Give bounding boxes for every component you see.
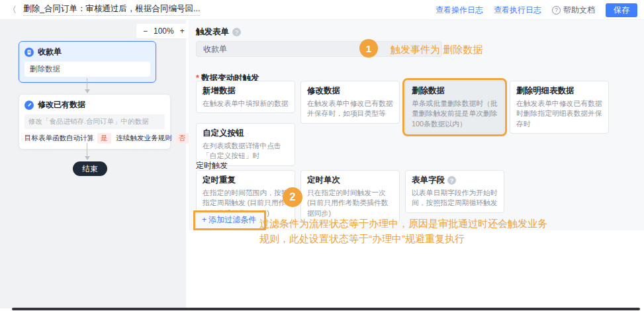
add-filter-condition-link[interactable]: + 添加过滤条件 — [195, 212, 264, 228]
card-desc: 在触发表单中修改已有数据时删除指定明细表数据并保存时 — [516, 99, 602, 129]
card-title: 新增数据 — [203, 85, 289, 97]
trigger-type-cards-row2: 自定义按钮 在列表或数据详情中点击「自定义按钮」时 — [196, 123, 295, 166]
pencil-edit-icon — [24, 101, 34, 110]
meta1-label: 目标表单函数自动计算 — [24, 134, 94, 143]
card-desc: 以表单日期字段作为开始时间，按照指定周期循环触发 — [412, 188, 498, 208]
card-title: 定时重复 — [203, 175, 289, 186]
help-circle-icon[interactable]: ? — [447, 176, 456, 185]
trigger-card-form-field[interactable]: 表单字段 ? 以表单日期字段作为开始时间，按照指定周期循环触发 — [405, 170, 504, 213]
card-desc: 在触发表单中填报新的数据 — [203, 99, 289, 109]
card-title: 定时单次 — [307, 175, 393, 186]
flow-connector-line — [87, 78, 87, 89]
update-node-meta: 目标表单函数自动计算 是 连续触发业务规则 否 — [24, 133, 165, 144]
trigger-node-title: 收款单 — [38, 46, 62, 58]
form-doc-icon — [24, 48, 34, 57]
card-title: 修改数据 — [307, 85, 393, 97]
zoom-level: 100% — [154, 26, 174, 36]
annotation-badge-1: 1 — [359, 39, 378, 58]
card-desc: 在触发表单中修改已有数据并保存时，如项目类型等 — [307, 99, 393, 119]
help-doc-label: 帮助文档 — [563, 5, 595, 16]
page-title[interactable]: 删除_合同订单：审核通过后，根据合同编号回... — [23, 3, 200, 16]
view-operation-log-link[interactable]: 查看操作日志 — [436, 5, 483, 16]
trigger-card-modify[interactable]: 修改数据 在触发表单中修改已有数据并保存时，如项目类型等 — [300, 81, 400, 124]
update-node-title: 修改已有数据 — [38, 99, 85, 111]
back-icon[interactable]: 〈 — [8, 4, 17, 16]
card-desc: 在列表或数据详情中点击「自定义按钮」时 — [203, 141, 289, 161]
save-button[interactable]: 保存 — [606, 3, 637, 17]
meta1-value-badge: 是 — [97, 133, 111, 144]
horizontal-scrollbar[interactable] — [12, 308, 640, 310]
zoom-widget: − 100% + — [136, 24, 191, 38]
update-node-summary: 修改「食品进销存.合同订单」中的数据 — [24, 114, 165, 129]
trigger-node-action: 删除数据 — [24, 62, 150, 77]
arrow-down-icon — [85, 89, 90, 93]
annotation-note-2-line2: 规则，此处设置状态等于“办理中”规避重复执行 — [259, 231, 547, 246]
update-data-node[interactable]: 修改已有数据 修改「食品进销存.合同订单」中的数据 目标表单函数自动计算 是 连… — [19, 94, 171, 150]
annotation-badge-2: 2 — [283, 187, 302, 207]
end-node[interactable]: 结束 — [73, 161, 107, 176]
help-doc-link[interactable]: ? 帮助文档 — [552, 5, 595, 16]
zoom-in-button[interactable]: + — [180, 26, 185, 36]
card-title: 表单字段 ? — [412, 175, 498, 186]
add-filter-highlight-box: + 添加过滤条件 — [193, 210, 266, 230]
help-circle-icon: ? — [552, 6, 561, 15]
card-title: 删除明细表数据 — [516, 85, 602, 97]
annotation-note-2-line1: 过滤条件为流程状态等于办理中，原因是审批通过时还会触发业务 — [259, 216, 547, 231]
annotation-note-1: 触发事件为 删除数据 — [391, 44, 483, 56]
flow-connector-line — [87, 143, 87, 156]
trigger-node-selected[interactable]: 收款单 删除数据 — [19, 41, 156, 83]
trigger-card-timer-once[interactable]: 定时单次 只在指定的时间触发一次 (目前只用作考勤类插件数据同步) — [300, 170, 400, 223]
update-node-header: 修改已有数据 — [24, 99, 165, 111]
view-execution-log-link[interactable]: 查看执行日志 — [494, 5, 541, 16]
help-circle-icon[interactable]: ? — [232, 28, 241, 36]
trigger-card-delete-selected[interactable]: 删除数据 单条或批量删除数据时（批量删除触发前提是单次删除100条数据以内） — [405, 81, 504, 134]
arrow-down-icon — [85, 156, 90, 160]
zoom-out-button[interactable]: − — [143, 26, 148, 36]
card-title: 自定义按钮 — [203, 128, 289, 139]
trigger-card-delete-subform[interactable]: 删除明细表数据 在触发表单中修改已有数据时删除指定明细表数据并保存时 — [510, 81, 609, 134]
workflow-rule-editor: 〈 删除_合同订单：审核通过后，根据合同编号回... 查看操作日志 查看执行日志… — [0, 0, 644, 311]
trigger-form-label: 触发表单 — [196, 26, 229, 38]
top-bar: 〈 删除_合同订单：审核通过后，根据合同编号回... 查看操作日志 查看执行日志… — [0, 0, 644, 20]
trigger-form-label-row: 触发表单 ? — [196, 26, 241, 38]
annotation-note-2: 过滤条件为流程状态等于办理中，原因是审批通过时还会触发业务 规则，此处设置状态等… — [259, 216, 547, 246]
trigger-card-custom-button[interactable]: 自定义按钮 在列表或数据详情中点击「自定义按钮」时 — [196, 123, 295, 166]
card-desc: 单条或批量删除数据时（批量删除触发前提是单次删除100条数据以内） — [412, 99, 498, 129]
trigger-node-header: 收款单 — [24, 46, 150, 58]
trigger-card-create[interactable]: 新增数据 在触发表单中填报新的数据 — [196, 81, 295, 113]
topbar-actions: 查看操作日志 查看执行日志 ? 帮助文档 保存 — [436, 0, 637, 20]
flow-canvas: − 100% + 收款单 删除数据 — [0, 20, 186, 308]
meta2-value-badge: 否 — [175, 133, 189, 144]
card-desc: 只在指定的时间触发一次 (目前只用作考勤类插件数据同步) — [307, 188, 393, 218]
card-title: 删除数据 — [412, 85, 498, 97]
meta2-label: 连续触发业务规则 — [116, 134, 172, 143]
